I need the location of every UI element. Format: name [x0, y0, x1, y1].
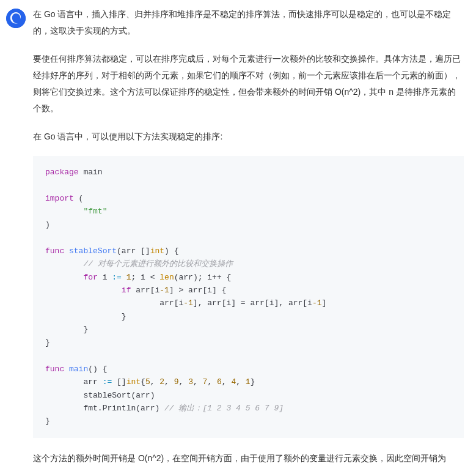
- code-token: 3: [188, 377, 193, 387]
- code-block: package main import ( "fmt" ) func stabl…: [33, 156, 464, 438]
- assistant-avatar: [6, 9, 26, 28]
- code-token: ], arr[i] = arr[i], arr[i: [193, 298, 312, 308]
- code-token: 1: [246, 377, 251, 387]
- code-token: ,: [150, 377, 160, 387]
- code-token: ]: [322, 298, 327, 308]
- code-token: arr[i: [131, 286, 159, 295]
- code-token: () {: [88, 365, 107, 374]
- swirl-icon: [6, 9, 26, 28]
- code-token: if: [122, 286, 131, 295]
- code-token: []: [112, 377, 126, 387]
- code-token: ,: [179, 377, 189, 387]
- code-token: }: [251, 377, 255, 387]
- code-token: for: [83, 273, 97, 282]
- code-token: }: [122, 312, 126, 321]
- paragraph-4: 这个方法的额外时间开销是 O(n^2)，在空间开销方面，由于使用了额外的变量进行…: [33, 450, 464, 463]
- code-token: len: [159, 273, 174, 282]
- code-token: fmt.Println(arr): [83, 404, 164, 413]
- code-token: -1: [312, 298, 322, 308]
- code-token: ,: [222, 377, 232, 387]
- code-token: 9: [174, 377, 179, 387]
- code-token: }: [45, 338, 50, 347]
- code-token: 6: [217, 377, 222, 387]
- code-token: :=: [103, 377, 112, 387]
- code-comment: // 输出：[1 2 3 4 5 6 7 9]: [164, 404, 284, 413]
- paragraph-2: 要使任何排序算法都稳定，可以在排序完成后，对每个元素进行一次额外的比较和交换操作…: [33, 51, 464, 117]
- code-token: arr: [83, 377, 102, 387]
- code-token: main: [79, 168, 103, 177]
- code-token: 5: [145, 377, 150, 387]
- code-token: "fmt": [83, 207, 107, 216]
- code-token: -1: [159, 286, 169, 295]
- code-token: ): [45, 220, 50, 229]
- code-token: (arr); i++ {: [174, 273, 232, 282]
- paragraph-3: 在 Go 语言中，可以使用以下方法实现稳定的排序:: [33, 128, 464, 145]
- code-token: main: [64, 365, 88, 374]
- code-token: ,: [164, 377, 174, 387]
- code-token: ] > arr[i] {: [169, 286, 227, 295]
- code-token: func: [45, 246, 64, 256]
- code-token: -1: [183, 298, 193, 308]
- code-token: stableSort: [64, 246, 117, 256]
- code-token: func: [45, 365, 64, 374]
- code-token: (: [74, 194, 84, 203]
- code-token: (arr []: [117, 246, 150, 256]
- code-token: import: [45, 194, 74, 203]
- code-token: int: [150, 246, 164, 256]
- code-token: i: [98, 273, 112, 282]
- code-token: int: [126, 377, 141, 387]
- code-token: [122, 273, 126, 282]
- code-token: ,: [236, 377, 246, 387]
- code-token: ; i <: [131, 273, 159, 282]
- code-token: ) {: [164, 246, 178, 256]
- code-token: package: [45, 168, 79, 177]
- code-token: ,: [193, 377, 203, 387]
- code-token: 2: [159, 377, 164, 387]
- message-content: 在 Go 语言中，插入排序、归并排序和堆排序是不稳定的排序算法，而快速排序可以是…: [33, 6, 470, 463]
- code-token: }: [83, 325, 88, 334]
- code-token: }: [45, 417, 50, 426]
- code-comment: // 对每个元素进行额外的比较和交换操作: [83, 259, 232, 269]
- code-token: ,: [207, 377, 217, 387]
- code-token: stableSort(arr): [83, 391, 155, 400]
- svg-point-0: [6, 9, 26, 28]
- code-token: :=: [112, 273, 122, 282]
- code-token: {: [141, 377, 145, 387]
- code-token: arr[i: [159, 298, 183, 308]
- paragraph-1: 在 Go 语言中，插入排序、归并排序和堆排序是不稳定的排序算法，而快速排序可以是…: [33, 6, 464, 40]
- assistant-message: 在 Go 语言中，插入排序、归并排序和堆排序是不稳定的排序算法，而快速排序可以是…: [0, 6, 476, 463]
